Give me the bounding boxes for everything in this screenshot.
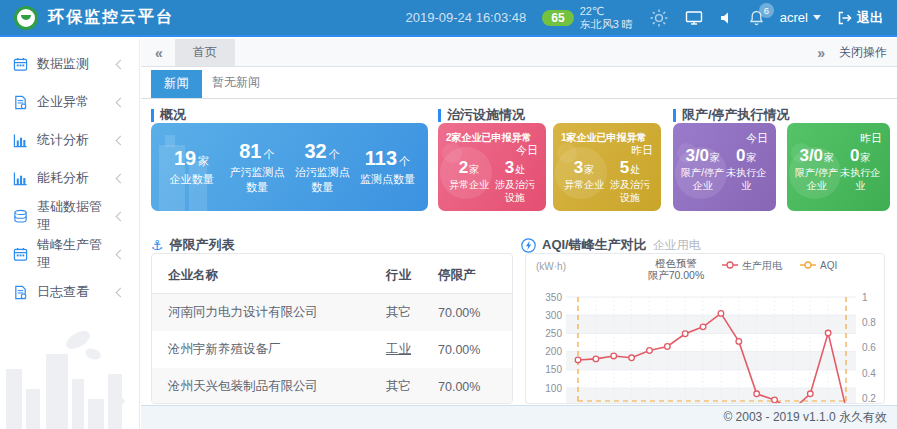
svg-text:生产用电: 生产用电 — [742, 260, 783, 271]
stat-value: 81个 — [224, 140, 289, 163]
data-point — [718, 311, 724, 317]
copyright-text: © 2003 - 2019 v1.1.0 永久有效 — [723, 410, 887, 424]
chevron-collapse-icon — [116, 249, 126, 259]
chevron-collapse-icon — [116, 211, 126, 221]
chart-icon — [13, 133, 28, 148]
cell-company: 沧州天兴包装制品有限公司 — [152, 368, 386, 404]
card-period-label: 今日 — [446, 144, 538, 157]
col-rate: 停限产 — [438, 258, 512, 294]
temperature: 22℃ — [580, 5, 633, 18]
svg-text:AQI: AQI — [820, 260, 837, 271]
app-logo-icon — [14, 6, 38, 30]
col-industry: 行业 — [386, 258, 438, 294]
sidebar-item-label: 日志查看 — [37, 283, 108, 301]
logout-label: 退出 — [857, 9, 883, 27]
tab-bar: « 首页 » 关闭操作 — [141, 39, 897, 67]
data-point — [593, 356, 599, 362]
app: 环保监控云平台 2019-09-24 16:03:48 65 22℃ 东北风3 … — [0, 0, 897, 429]
calendar-icon — [13, 57, 28, 72]
aqi-badge: 65 — [542, 10, 573, 26]
stat-value: 113个 — [355, 147, 420, 170]
city-skyline-watermark — [0, 314, 140, 429]
sun-icon — [649, 8, 669, 28]
card-headline: 1家企业已申报异常 — [561, 132, 653, 144]
file-icon — [13, 285, 28, 300]
overview-card: 19家企业数量81个产污监测点数量32个治污监测点数量113个监测点数量 — [151, 123, 428, 211]
section-title-aqi: AQI/错峰生产对比 企业用电 — [521, 236, 701, 254]
svg-text:250: 250 — [545, 328, 562, 339]
card-stat: 2家异常企业 — [446, 158, 492, 204]
logout-icon — [837, 11, 852, 25]
monitor-icon[interactable] — [685, 10, 703, 26]
layers-icon — [13, 209, 28, 224]
cell-rate: 70.00% — [438, 331, 512, 368]
sidebar-item-7[interactable]: 日志查看 — [0, 273, 139, 311]
warning-annotation: 橙色预警限产70.00% — [648, 257, 705, 281]
data-point — [665, 344, 671, 350]
stat-label: 限产/停产企业 — [795, 167, 839, 192]
data-point — [682, 331, 688, 337]
chevron-down-icon — [813, 15, 821, 20]
table-row[interactable]: 沧州天兴包装制品有限公司其它70.00% — [152, 368, 512, 404]
table-row[interactable]: 河南同力电力设计有限公司其它70.00% — [152, 294, 512, 332]
card-period-label: 昨日 — [795, 132, 882, 145]
stat-label: 涉及治污设施 — [607, 179, 653, 204]
card-stats: 3/0家限产/停产企业0家未执行企业 — [795, 146, 882, 192]
chevron-collapse-icon — [116, 97, 126, 107]
cell-rate: 70.00% — [438, 368, 512, 404]
chevron-collapse-icon — [116, 287, 126, 297]
svg-text:1: 1 — [862, 292, 868, 303]
sidebar-item-label: 统计分析 — [37, 131, 108, 149]
stat-value: 0家 — [839, 146, 883, 166]
data-point — [772, 397, 778, 403]
svg-text:100: 100 — [545, 383, 562, 394]
news-empty-text: 暂无新闻 — [212, 74, 260, 98]
table-row[interactable]: 沧州宇新养殖设备厂工业70.00% — [152, 331, 512, 368]
col-company: 企业名称 — [152, 258, 386, 294]
cell-industry[interactable]: 工业 — [386, 331, 438, 368]
sidebar-item-4[interactable]: 能耗分析 — [0, 159, 139, 197]
data-point — [807, 391, 813, 397]
stat-value: 32个 — [290, 140, 355, 163]
legend-item-aqi[interactable]: AQI — [800, 260, 837, 271]
user-menu[interactable]: acrel — [780, 10, 821, 25]
lightning-circle-icon — [521, 238, 536, 253]
content: 新闻 暂无新闻 概况 治污设施情况 限产/停产执行情况 19家企业数量81个产污… — [141, 67, 897, 405]
tab-home[interactable]: 首页 — [175, 39, 235, 66]
sidebar-item-5[interactable]: 基础数据管理 — [0, 197, 139, 235]
tab-news[interactable]: 新闻 — [151, 70, 202, 98]
table-header-row: 企业名称 行业 停限产 — [152, 258, 512, 294]
svg-text:200: 200 — [545, 346, 562, 357]
datetime: 2019-09-24 16:03:48 — [406, 10, 527, 25]
legend-item-production[interactable]: 生产用电 — [722, 260, 783, 271]
scroll-tabs-right-icon[interactable]: » — [813, 46, 829, 60]
sidebar-item-3[interactable]: 统计分析 — [0, 121, 139, 159]
cell-company: 河南同力电力设计有限公司 — [152, 294, 386, 332]
sidebar-item-1[interactable]: 数据监测 — [0, 45, 139, 83]
stat-value: 3/0家 — [795, 146, 839, 166]
card-stat: 3/0家限产/停产企业 — [795, 146, 839, 192]
scroll-tabs-left-icon[interactable]: « — [151, 46, 167, 60]
speaker-icon[interactable] — [719, 11, 733, 25]
sidebar-item-6[interactable]: 错峰生产管理 — [0, 235, 139, 273]
notifications-bell-icon[interactable]: 6 — [749, 10, 764, 26]
stat-label: 限产/停产企业 — [681, 167, 725, 192]
card-stat: 3/0家限产/停产企业 — [681, 146, 725, 192]
section-title-treatment: 治污设施情况 — [438, 106, 525, 124]
logout-button[interactable]: 退出 — [837, 9, 883, 27]
stat-label: 产污监测点数量 — [224, 165, 289, 194]
data-point — [647, 348, 653, 354]
chart-icon — [13, 171, 28, 186]
data-point — [754, 391, 760, 397]
treatment-card-1: 2家企业已申报异常今日2家异常企业3处涉及治污设施 — [438, 123, 546, 211]
sidebar-item-2[interactable]: 企业异常 — [0, 83, 139, 121]
close-operations-menu[interactable]: 关闭操作 — [839, 44, 887, 61]
sidebar-item-label: 企业异常 — [37, 93, 108, 111]
stat-value: 3处 — [492, 158, 538, 178]
sidebar-menu: 数据监测企业异常统计分析能耗分析基础数据管理错峰生产管理日志查看 — [0, 39, 139, 311]
sidebar: 数据监测企业异常统计分析能耗分析基础数据管理错峰生产管理日志查看 — [0, 39, 140, 429]
calendar-icon — [13, 247, 28, 262]
section-title-list: ⚓ 停限产列表 — [151, 236, 235, 254]
sidebar-item-label: 能耗分析 — [37, 169, 108, 187]
cell-industry: 其它 — [386, 368, 438, 404]
